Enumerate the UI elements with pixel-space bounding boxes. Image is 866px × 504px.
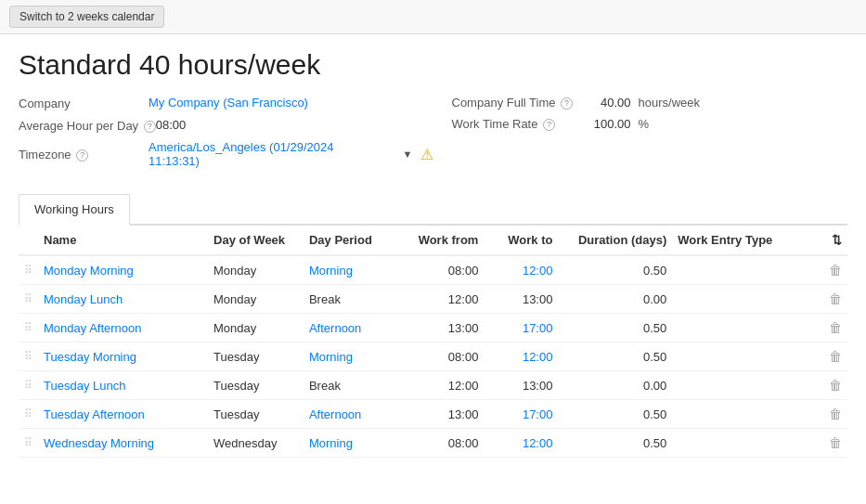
- row-period: Afternoon: [304, 314, 399, 342]
- page-title: Standard 40 hours/week: [19, 49, 847, 81]
- timezone-dropdown-button[interactable]: ▼: [403, 149, 413, 160]
- table-row: ⠿ Monday Afternoon Monday Afternoon 13:0…: [19, 314, 847, 342]
- row-name[interactable]: Wednesday Morning: [38, 429, 208, 458]
- drag-handle[interactable]: ⠿: [19, 342, 38, 371]
- row-work-to: 17:00: [484, 400, 558, 429]
- avg-hour-label: Average Hour per Day ?: [19, 118, 156, 133]
- avg-hour-field-row: Average Hour per Day ? 08:00: [19, 118, 433, 133]
- row-work-to: 17:00: [484, 314, 558, 342]
- row-day: Tuesday: [208, 400, 304, 429]
- row-work-to: 13:00: [484, 371, 558, 400]
- delete-button[interactable]: 🗑: [829, 320, 842, 335]
- row-name[interactable]: Monday Afternoon: [38, 314, 208, 342]
- work-time-rate-value: 100.00: [589, 117, 631, 131]
- table-header-row: Name Day of Week Day Period Work from Wo…: [19, 226, 847, 255]
- avg-hour-value: 08:00: [156, 118, 187, 132]
- drag-handle[interactable]: ⠿: [19, 255, 38, 285]
- drag-handle[interactable]: ⠿: [19, 285, 38, 314]
- avg-hour-help-icon[interactable]: ?: [144, 121, 156, 133]
- timezone-label: Timezone ?: [19, 148, 149, 162]
- work-time-rate-unit: %: [639, 117, 650, 131]
- col-entry-header: Work Entry Type: [672, 226, 810, 255]
- row-duration: 0.50: [558, 314, 672, 342]
- table-row: ⠿ Monday Morning Monday Morning 08:00 12…: [19, 255, 847, 285]
- col-from-header: Work from: [399, 226, 485, 255]
- row-entry-type: [672, 314, 810, 342]
- row-duration: 0.50: [558, 342, 672, 371]
- delete-button[interactable]: 🗑: [829, 378, 842, 393]
- row-delete-cell: 🗑: [810, 400, 847, 429]
- delete-button[interactable]: 🗑: [829, 349, 842, 364]
- row-entry-type: [672, 429, 810, 458]
- col-drag: [19, 226, 38, 255]
- left-fields: Company My Company (San Francisco) Avera…: [19, 96, 433, 175]
- row-day: Monday: [208, 255, 304, 285]
- row-period: Break: [304, 285, 399, 314]
- delete-button[interactable]: 🗑: [829, 435, 842, 450]
- row-period: Morning: [304, 342, 399, 371]
- row-period: Morning: [304, 255, 399, 285]
- row-name[interactable]: Monday Morning: [38, 255, 208, 285]
- delete-button[interactable]: 🗑: [829, 263, 842, 278]
- delete-button[interactable]: 🗑: [829, 291, 842, 306]
- top-bar: Switch to 2 weeks calendar: [0, 0, 866, 34]
- table-row: ⠿ Monday Lunch Monday Break 12:00 13:00 …: [19, 285, 847, 314]
- row-duration: 0.50: [558, 429, 672, 458]
- table-row: ⠿ Wednesday Morning Wednesday Morning 08…: [19, 429, 847, 458]
- col-day-header: Day of Week: [208, 226, 304, 255]
- row-duration: 0.00: [558, 285, 672, 314]
- drag-handle[interactable]: ⠿: [19, 429, 38, 458]
- row-entry-type: [672, 255, 810, 285]
- company-value[interactable]: My Company (San Francisco): [149, 96, 308, 110]
- timezone-warning-icon: ⚠: [420, 146, 433, 163]
- col-name-header: Name: [38, 226, 208, 255]
- work-time-rate-label: Work Time Rate ?: [452, 117, 582, 131]
- timezone-value[interactable]: America/Los_Angeles (01/29/2024 11:13:31…: [149, 140, 388, 168]
- col-period-header: Day Period: [304, 226, 399, 255]
- company-full-time-help-icon[interactable]: ?: [561, 97, 573, 110]
- row-name[interactable]: Tuesday Morning: [38, 342, 208, 371]
- row-day: Monday: [208, 285, 304, 314]
- company-full-time-row: Company Full Time ? 40.00 hours/week: [452, 96, 700, 110]
- company-full-time-unit: hours/week: [639, 96, 700, 110]
- drag-handle[interactable]: ⠿: [19, 371, 38, 400]
- tabs-section: Working Hours Name Day of Week Day Perio…: [19, 194, 847, 458]
- row-name[interactable]: Tuesday Afternoon: [38, 400, 208, 429]
- switch-calendar-button[interactable]: Switch to 2 weeks calendar: [9, 6, 164, 28]
- main-content: Standard 40 hours/week Company My Compan…: [0, 34, 866, 472]
- table-row: ⠿ Tuesday Morning Tuesday Morning 08:00 …: [19, 342, 847, 371]
- row-work-from: 13:00: [399, 314, 485, 342]
- row-entry-type: [672, 371, 810, 400]
- row-work-from: 08:00: [399, 342, 485, 371]
- col-to-header: Work to: [484, 226, 558, 255]
- drag-handle[interactable]: ⠿: [19, 400, 38, 429]
- row-delete-cell: 🗑: [810, 371, 847, 400]
- timezone-help-icon[interactable]: ?: [76, 149, 88, 162]
- row-work-to: 12:00: [484, 429, 558, 458]
- delete-button[interactable]: 🗑: [829, 407, 842, 421]
- row-work-from: 08:00: [399, 255, 485, 285]
- row-day: Tuesday: [208, 371, 304, 400]
- company-full-time-value: 40.00: [589, 96, 631, 110]
- row-duration: 0.50: [558, 255, 672, 285]
- timezone-field-row: Timezone ? America/Los_Angeles (01/29/20…: [19, 140, 433, 168]
- row-delete-cell: 🗑: [810, 342, 847, 371]
- row-work-from: 12:00: [399, 285, 485, 314]
- row-name[interactable]: Tuesday Lunch: [38, 371, 208, 400]
- row-day: Wednesday: [208, 429, 304, 458]
- drag-handle[interactable]: ⠿: [19, 314, 38, 342]
- row-work-from: 12:00: [399, 371, 485, 400]
- row-delete-cell: 🗑: [810, 429, 847, 458]
- col-action-header[interactable]: ⇅: [810, 226, 847, 255]
- row-day: Monday: [208, 314, 304, 342]
- row-delete-cell: 🗑: [810, 285, 847, 314]
- row-entry-type: [672, 342, 810, 371]
- tab-working-hours[interactable]: Working Hours: [19, 194, 130, 226]
- work-time-rate-help-icon[interactable]: ?: [543, 119, 555, 131]
- row-period: Break: [304, 371, 399, 400]
- row-work-to: 12:00: [484, 255, 558, 285]
- fields-section: Company My Company (San Francisco) Avera…: [19, 96, 847, 175]
- row-name[interactable]: Monday Lunch: [38, 285, 208, 314]
- row-duration: 0.00: [558, 371, 672, 400]
- company-field-row: Company My Company (San Francisco): [19, 96, 433, 110]
